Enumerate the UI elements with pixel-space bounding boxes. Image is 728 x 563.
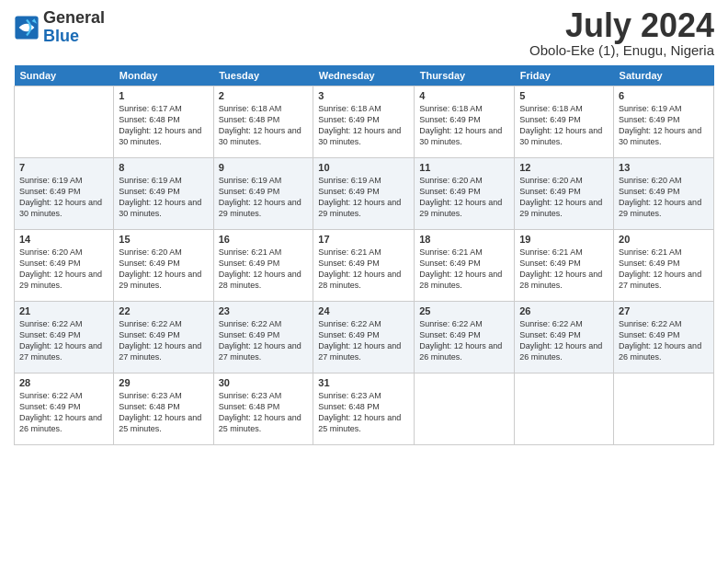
day-number: 14 <box>19 234 108 245</box>
table-row: 5 Sunrise: 6:18 AMSunset: 6:49 PMDayligh… <box>515 86 614 158</box>
cell-info: Sunrise: 6:20 AMSunset: 6:49 PMDaylight:… <box>19 247 108 292</box>
calendar-week-row: 7 Sunrise: 6:19 AMSunset: 6:49 PMDayligh… <box>15 158 714 230</box>
cell-info: Sunrise: 6:22 AMSunset: 6:49 PMDaylight:… <box>619 318 709 363</box>
cell-info: Sunrise: 6:17 AMSunset: 6:48 PMDaylight:… <box>119 103 208 148</box>
cell-info: Sunrise: 6:21 AMSunset: 6:49 PMDaylight:… <box>419 247 509 292</box>
cell-info: Sunrise: 6:21 AMSunset: 6:49 PMDaylight:… <box>219 247 309 292</box>
calendar-header-row: Sunday Monday Tuesday Wednesday Thursday… <box>15 65 714 86</box>
table-row: 28 Sunrise: 6:22 AMSunset: 6:49 PMDaylig… <box>15 373 114 445</box>
calendar-week-row: 14 Sunrise: 6:20 AMSunset: 6:49 PMDaylig… <box>15 230 714 302</box>
table-row: 17 Sunrise: 6:21 AMSunset: 6:49 PMDaylig… <box>313 230 415 302</box>
header-tuesday: Tuesday <box>213 65 313 86</box>
cell-info: Sunrise: 6:18 AMSunset: 6:49 PMDaylight:… <box>419 103 509 148</box>
table-row: 1 Sunrise: 6:17 AMSunset: 6:48 PMDayligh… <box>114 86 213 158</box>
cell-info: Sunrise: 6:18 AMSunset: 6:49 PMDaylight:… <box>519 103 609 148</box>
cell-info: Sunrise: 6:18 AMSunset: 6:49 PMDaylight:… <box>318 103 409 148</box>
day-number: 2 <box>219 90 309 101</box>
header-wednesday: Wednesday <box>313 65 415 86</box>
day-number: 24 <box>318 305 409 316</box>
day-number: 13 <box>619 162 709 173</box>
calendar-week-row: 1 Sunrise: 6:17 AMSunset: 6:48 PMDayligh… <box>15 86 714 158</box>
table-row: 3 Sunrise: 6:18 AMSunset: 6:49 PMDayligh… <box>313 86 415 158</box>
header-sunday: Sunday <box>15 65 114 86</box>
day-number: 18 <box>419 234 509 245</box>
cell-info: Sunrise: 6:19 AMSunset: 6:49 PMDaylight:… <box>318 175 409 220</box>
calendar-week-row: 21 Sunrise: 6:22 AMSunset: 6:49 PMDaylig… <box>15 302 714 373</box>
table-row: 2 Sunrise: 6:18 AMSunset: 6:48 PMDayligh… <box>213 86 313 158</box>
cell-info: Sunrise: 6:22 AMSunset: 6:49 PMDaylight:… <box>519 318 609 363</box>
cell-info: Sunrise: 6:20 AMSunset: 6:49 PMDaylight:… <box>619 175 709 220</box>
calendar-page: General Blue July 2024 Obolo-Eke (1), En… <box>0 0 728 563</box>
table-row: 15 Sunrise: 6:20 AMSunset: 6:49 PMDaylig… <box>114 230 213 302</box>
day-number: 17 <box>318 234 409 245</box>
cell-info: Sunrise: 6:23 AMSunset: 6:48 PMDaylight:… <box>219 390 309 435</box>
day-number: 10 <box>318 162 409 173</box>
table-row: 8 Sunrise: 6:19 AMSunset: 6:49 PMDayligh… <box>114 158 213 230</box>
day-number: 6 <box>619 90 709 101</box>
cell-info: Sunrise: 6:21 AMSunset: 6:49 PMDaylight:… <box>519 247 609 292</box>
cell-info: Sunrise: 6:19 AMSunset: 6:49 PMDaylight:… <box>219 175 309 220</box>
table-row <box>15 86 114 158</box>
table-row <box>415 373 515 445</box>
cell-info: Sunrise: 6:20 AMSunset: 6:49 PMDaylight:… <box>419 175 509 220</box>
day-number: 27 <box>619 305 709 316</box>
day-number: 26 <box>519 305 609 316</box>
calendar-table: Sunday Monday Tuesday Wednesday Thursday… <box>14 65 714 445</box>
calendar-week-row: 28 Sunrise: 6:22 AMSunset: 6:49 PMDaylig… <box>15 373 714 445</box>
day-number: 31 <box>318 377 409 388</box>
day-number: 7 <box>19 162 108 173</box>
cell-info: Sunrise: 6:22 AMSunset: 6:49 PMDaylight:… <box>419 318 509 363</box>
cell-info: Sunrise: 6:23 AMSunset: 6:48 PMDaylight:… <box>318 390 409 435</box>
table-row: 6 Sunrise: 6:19 AMSunset: 6:49 PMDayligh… <box>614 86 714 158</box>
cell-info: Sunrise: 6:19 AMSunset: 6:49 PMDaylight:… <box>619 103 709 148</box>
table-row: 19 Sunrise: 6:21 AMSunset: 6:49 PMDaylig… <box>515 230 614 302</box>
day-number: 15 <box>119 234 208 245</box>
day-number: 22 <box>119 305 208 316</box>
day-number: 9 <box>219 162 309 173</box>
header-friday: Friday <box>515 65 614 86</box>
cell-info: Sunrise: 6:20 AMSunset: 6:49 PMDaylight:… <box>119 247 208 292</box>
cell-info: Sunrise: 6:22 AMSunset: 6:49 PMDaylight:… <box>219 318 309 363</box>
day-number: 5 <box>519 90 609 101</box>
table-row: 7 Sunrise: 6:19 AMSunset: 6:49 PMDayligh… <box>15 158 114 230</box>
header-monday: Monday <box>114 65 213 86</box>
day-number: 8 <box>119 162 208 173</box>
table-row: 25 Sunrise: 6:22 AMSunset: 6:49 PMDaylig… <box>415 302 515 373</box>
month-year: July 2024 <box>529 9 714 42</box>
cell-info: Sunrise: 6:18 AMSunset: 6:48 PMDaylight:… <box>219 103 309 148</box>
table-row: 30 Sunrise: 6:23 AMSunset: 6:48 PMDaylig… <box>213 373 313 445</box>
table-row: 4 Sunrise: 6:18 AMSunset: 6:49 PMDayligh… <box>415 86 515 158</box>
table-row: 21 Sunrise: 6:22 AMSunset: 6:49 PMDaylig… <box>15 302 114 373</box>
table-row: 12 Sunrise: 6:20 AMSunset: 6:49 PMDaylig… <box>515 158 614 230</box>
day-number: 25 <box>419 305 509 316</box>
table-row: 22 Sunrise: 6:22 AMSunset: 6:49 PMDaylig… <box>114 302 213 373</box>
table-row: 31 Sunrise: 6:23 AMSunset: 6:48 PMDaylig… <box>313 373 415 445</box>
table-row: 27 Sunrise: 6:22 AMSunset: 6:49 PMDaylig… <box>614 302 714 373</box>
day-number: 11 <box>419 162 509 173</box>
day-number: 20 <box>619 234 709 245</box>
cell-info: Sunrise: 6:22 AMSunset: 6:49 PMDaylight:… <box>19 390 108 435</box>
header-saturday: Saturday <box>614 65 714 86</box>
cell-info: Sunrise: 6:23 AMSunset: 6:48 PMDaylight:… <box>119 390 208 435</box>
table-row: 9 Sunrise: 6:19 AMSunset: 6:49 PMDayligh… <box>213 158 313 230</box>
day-number: 21 <box>19 305 108 316</box>
logo-icon <box>14 15 40 40</box>
day-number: 23 <box>219 305 309 316</box>
table-row: 14 Sunrise: 6:20 AMSunset: 6:49 PMDaylig… <box>15 230 114 302</box>
day-number: 4 <box>419 90 509 101</box>
table-row: 16 Sunrise: 6:21 AMSunset: 6:49 PMDaylig… <box>213 230 313 302</box>
cell-info: Sunrise: 6:22 AMSunset: 6:49 PMDaylight:… <box>318 318 409 363</box>
table-row: 29 Sunrise: 6:23 AMSunset: 6:48 PMDaylig… <box>114 373 213 445</box>
cell-info: Sunrise: 6:21 AMSunset: 6:49 PMDaylight:… <box>318 247 409 292</box>
day-number: 1 <box>119 90 208 101</box>
table-row <box>614 373 714 445</box>
logo-text: General Blue <box>43 9 105 46</box>
cell-info: Sunrise: 6:21 AMSunset: 6:49 PMDaylight:… <box>619 247 709 292</box>
day-number: 3 <box>318 90 409 101</box>
header-thursday: Thursday <box>415 65 515 86</box>
table-row: 10 Sunrise: 6:19 AMSunset: 6:49 PMDaylig… <box>313 158 415 230</box>
table-row <box>515 373 614 445</box>
cell-info: Sunrise: 6:20 AMSunset: 6:49 PMDaylight:… <box>519 175 609 220</box>
cell-info: Sunrise: 6:22 AMSunset: 6:49 PMDaylight:… <box>119 318 208 363</box>
cell-info: Sunrise: 6:22 AMSunset: 6:49 PMDaylight:… <box>19 318 108 363</box>
